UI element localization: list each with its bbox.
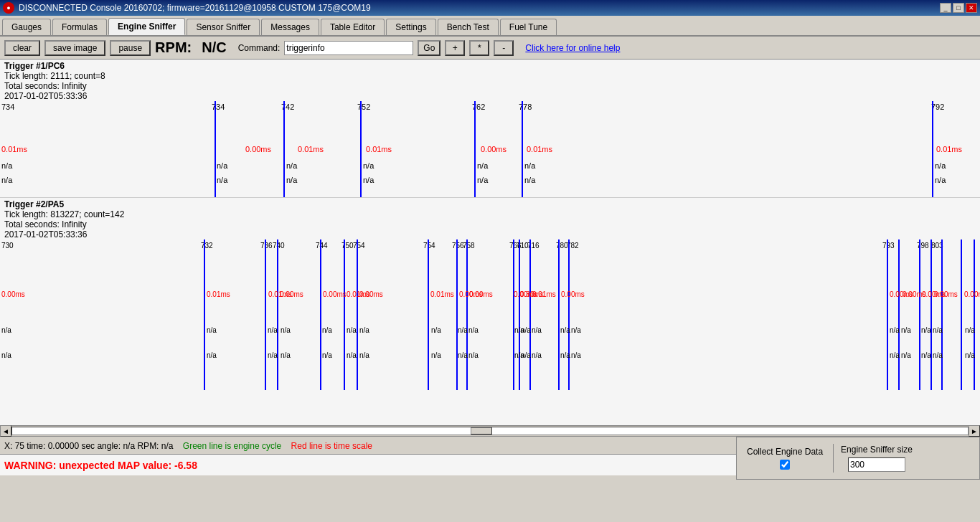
svg-text:n/a: n/a bbox=[431, 351, 441, 359]
svg-text:n/a: n/a bbox=[217, 161, 228, 170]
svg-text:758: 758 bbox=[463, 242, 475, 250]
svg-text:730: 730 bbox=[1, 242, 14, 250]
tab-bench-test[interactable]: Bench Test bbox=[438, 19, 499, 35]
svg-text:0.00ms: 0.00ms bbox=[359, 290, 383, 298]
svg-text:n/a: n/a bbox=[207, 351, 217, 359]
trigger1-title: Trigger #1/PC6 bbox=[4, 61, 976, 71]
svg-text:n/a: n/a bbox=[363, 176, 374, 184]
trigger1-waveform: 734 734 742 752 762 778 792 0.01ms 0.00m… bbox=[0, 101, 980, 198]
tab-gauges[interactable]: Gauges bbox=[2, 19, 51, 35]
tab-sensor-sniffer[interactable]: Sensor Sniffer bbox=[187, 19, 260, 35]
red-status-text: Red line is time scale bbox=[291, 441, 372, 451]
svg-text:n/a: n/a bbox=[521, 326, 531, 334]
command-input[interactable] bbox=[284, 41, 413, 55]
svg-text:n/a: n/a bbox=[524, 176, 536, 184]
svg-text:n/a: n/a bbox=[286, 176, 298, 184]
engine-sniffer-size-section: Engine Sniffer size bbox=[834, 442, 920, 475]
svg-text:n/a: n/a bbox=[359, 351, 369, 359]
trigger1-datetime: 2017-01-02T05:33:36 bbox=[4, 91, 976, 101]
svg-text:0.00ms: 0.00ms bbox=[1, 290, 25, 298]
svg-text:n/a: n/a bbox=[921, 351, 931, 359]
svg-text:n/a: n/a bbox=[935, 176, 946, 184]
tab-settings[interactable]: Settings bbox=[386, 19, 435, 35]
tab-messages[interactable]: Messages bbox=[261, 19, 319, 35]
dash-button[interactable]: - bbox=[494, 40, 514, 56]
menu-tabs: Gauges Formulas Engine Sniffer Sensor Sn… bbox=[0, 16, 980, 37]
svg-text:n/a: n/a bbox=[890, 326, 900, 334]
svg-text:716: 716 bbox=[527, 242, 540, 250]
svg-text:n/a: n/a bbox=[524, 161, 536, 170]
svg-text:0.00ms: 0.00ms bbox=[245, 146, 272, 154]
svg-text:n/a: n/a bbox=[207, 326, 217, 334]
trigger2-header: Trigger #2/PA5 Tick length: 813227; coun… bbox=[0, 198, 980, 239]
collect-engine-label: Collect Engine Data bbox=[747, 447, 823, 457]
pause-button[interactable]: pause bbox=[110, 40, 151, 56]
titlebar: ● DISCONNECTED Console 20160702; firmwar… bbox=[0, 0, 980, 16]
tab-formulas[interactable]: Formulas bbox=[52, 19, 107, 35]
scroll-left-button[interactable]: ◄ bbox=[0, 425, 11, 437]
trigger2-datetime: 2017-01-02T05:33:36 bbox=[4, 229, 976, 239]
trigger1-total-seconds: Total seconds: Infinity bbox=[4, 81, 976, 91]
collect-engine-checkbox[interactable] bbox=[780, 460, 790, 470]
svg-text:n/a: n/a bbox=[217, 176, 228, 184]
svg-text:754: 754 bbox=[423, 242, 435, 250]
svg-text:750: 750 bbox=[341, 242, 354, 250]
svg-text:762: 762 bbox=[472, 103, 485, 111]
svg-text:0.01ms: 0.01ms bbox=[366, 146, 392, 154]
svg-text:n/a: n/a bbox=[322, 351, 332, 359]
collect-engine-panel: Collect Engine Data Engine Sniffer size bbox=[736, 437, 980, 480]
scrollbar-thumb[interactable] bbox=[471, 427, 492, 435]
svg-text:0.01ms: 0.01ms bbox=[532, 290, 556, 298]
tab-table-editor[interactable]: Table Editor bbox=[321, 19, 385, 35]
svg-text:n/a: n/a bbox=[268, 326, 278, 334]
svg-text:0.01ms: 0.01ms bbox=[207, 290, 230, 298]
svg-text:744: 744 bbox=[316, 242, 328, 250]
save-image-button[interactable]: save image bbox=[44, 40, 105, 56]
svg-text:n/a: n/a bbox=[890, 351, 900, 359]
svg-text:n/a: n/a bbox=[458, 351, 468, 359]
clear-button[interactable]: clear bbox=[4, 40, 40, 56]
svg-text:0.00ms: 0.00ms bbox=[469, 290, 493, 298]
bottom-panel: Collect Engine Data Engine Sniffer size … bbox=[0, 437, 980, 498]
trigger2-tick-info: Tick length: 813227; count=142 bbox=[4, 209, 976, 219]
svg-text:n/a: n/a bbox=[347, 351, 357, 359]
svg-text:n/a: n/a bbox=[468, 326, 479, 334]
maximize-button[interactable]: □ bbox=[953, 3, 964, 13]
title-text: DISCONNECTED Console 20160702; firmware=… bbox=[19, 3, 371, 13]
minimize-button[interactable]: _ bbox=[940, 3, 951, 13]
svg-text:n/a: n/a bbox=[532, 351, 542, 359]
tab-engine-sniffer[interactable]: Engine Sniffer bbox=[108, 18, 185, 35]
svg-text:n/a: n/a bbox=[560, 326, 570, 334]
svg-text:742: 742 bbox=[281, 103, 294, 111]
svg-text:n/a: n/a bbox=[1, 176, 13, 184]
svg-text:n/a: n/a bbox=[286, 161, 298, 170]
svg-text:n/a: n/a bbox=[921, 326, 931, 334]
window-controls: _ □ ✕ bbox=[940, 3, 977, 13]
close-button[interactable]: ✕ bbox=[966, 3, 977, 13]
svg-text:0.01ms: 0.01ms bbox=[298, 146, 324, 154]
collect-engine-section: Collect Engine Data bbox=[737, 444, 834, 473]
svg-text:734: 734 bbox=[1, 103, 14, 111]
svg-text:0.01ms: 0.01ms bbox=[1, 146, 28, 154]
engine-sniffer-size-input[interactable] bbox=[848, 457, 905, 472]
svg-text:n/a: n/a bbox=[431, 326, 441, 334]
svg-text:n/a: n/a bbox=[935, 161, 946, 170]
svg-text:n/a: n/a bbox=[363, 161, 374, 170]
go-button[interactable]: Go bbox=[418, 40, 440, 56]
online-help-link[interactable]: Click here for online help bbox=[525, 43, 620, 53]
asterisk-button[interactable]: * bbox=[469, 40, 489, 56]
svg-text:0.00ms: 0.00ms bbox=[561, 290, 585, 298]
svg-text:n/a: n/a bbox=[933, 351, 943, 359]
svg-text:n/a: n/a bbox=[571, 351, 581, 359]
warning-text: WARNING: unexpected MAP value: -6.58 bbox=[4, 460, 197, 471]
svg-text:n/a: n/a bbox=[1, 161, 13, 170]
svg-text:0.01ms: 0.01ms bbox=[936, 146, 963, 154]
scrollbar-track[interactable] bbox=[11, 427, 969, 435]
scrollbar-area: ◄ ► bbox=[0, 425, 980, 437]
svg-text:n/a: n/a bbox=[901, 326, 911, 334]
svg-text:793: 793 bbox=[882, 242, 895, 250]
tab-fuel-tune[interactable]: Fuel Tune bbox=[500, 19, 557, 35]
plus-button[interactable]: + bbox=[445, 40, 465, 56]
svg-text:0.00ms: 0.00ms bbox=[481, 146, 507, 154]
scroll-right-button[interactable]: ► bbox=[969, 425, 980, 437]
